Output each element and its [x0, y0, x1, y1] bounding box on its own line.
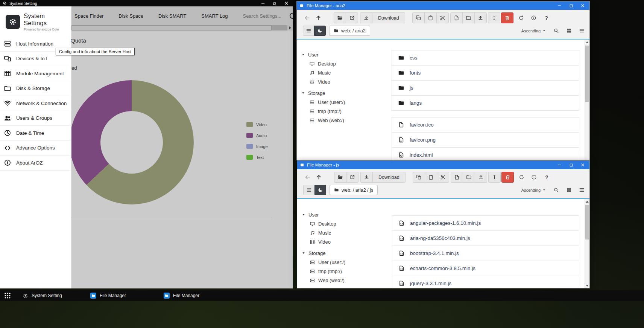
- delete-button[interactable]: [501, 172, 514, 183]
- breadcrumb[interactable]: web: / aria2 / js: [330, 185, 378, 195]
- scrollbar-thumb[interactable]: [585, 205, 589, 240]
- tree-item-tmp-drive[interactable]: tmp (tmp:/): [301, 107, 392, 116]
- system-setting-titlebar[interactable]: System Setting: [0, 0, 293, 6]
- tree-root-user[interactable]: User: [302, 210, 392, 219]
- maximize-button[interactable]: [568, 162, 574, 168]
- scrollbar-thumb[interactable]: [585, 46, 589, 102]
- paste-button[interactable]: [424, 12, 437, 23]
- dark-mode-toggle[interactable]: [314, 185, 326, 195]
- delete-button[interactable]: [501, 12, 513, 23]
- tree-item-music[interactable]: Music: [301, 68, 392, 77]
- sidebar-item-date-time[interactable]: Date & Time: [0, 126, 71, 141]
- sidebar-item-module-management[interactable]: Module Management: [0, 66, 71, 81]
- folder-row-js[interactable]: js: [392, 80, 579, 96]
- tree-item-web-drive[interactable]: Web (web:/): [301, 116, 392, 125]
- file-manager-titlebar[interactable]: File Manager - aria2: [297, 2, 589, 10]
- sidebar-item-users-groups[interactable]: Users & Groups: [0, 111, 71, 126]
- scroll-down-button[interactable]: [585, 283, 589, 288]
- new-folder-button[interactable]: [463, 172, 475, 183]
- download-button[interactable]: Download: [372, 172, 406, 183]
- open-button[interactable]: [334, 172, 346, 183]
- close-button[interactable]: [580, 3, 585, 8]
- help-button[interactable]: ?: [542, 14, 551, 22]
- tree-root-storage[interactable]: Storage: [301, 88, 392, 98]
- scroll-up-button[interactable]: [585, 199, 589, 204]
- refresh-button[interactable]: [518, 173, 526, 182]
- help-button[interactable]: ?: [543, 173, 551, 182]
- maximize-button[interactable]: [568, 3, 574, 8]
- refresh-button[interactable]: [517, 14, 526, 22]
- tree-item-desktop[interactable]: Desktop: [302, 219, 392, 228]
- new-file-button[interactable]: [450, 12, 463, 23]
- tree-root-storage[interactable]: Storage: [302, 249, 392, 258]
- open-in-new-window-button[interactable]: [346, 172, 358, 183]
- sidebar-item-disk-storage[interactable]: Disk & Storage: [0, 81, 71, 96]
- new-folder-button[interactable]: [462, 12, 475, 23]
- sort-dropdown[interactable]: Ascending: [521, 188, 546, 192]
- taskbar-item-system-setting[interactable]: System Setting: [23, 290, 62, 301]
- rename-button[interactable]: [488, 172, 501, 183]
- tree-root-user[interactable]: User: [301, 50, 392, 59]
- up-button[interactable]: [314, 173, 323, 182]
- menu-button[interactable]: [303, 185, 315, 195]
- scroll-up-button[interactable]: [585, 40, 589, 45]
- upload-button[interactable]: [474, 12, 487, 23]
- close-button[interactable]: [284, 1, 289, 6]
- folder-row-css[interactable]: css: [392, 50, 579, 66]
- close-button[interactable]: [580, 162, 585, 168]
- new-file-button[interactable]: [451, 172, 463, 183]
- grid-view-button[interactable]: [565, 186, 573, 194]
- grid-view-button[interactable]: [565, 27, 573, 35]
- copy-button[interactable]: [413, 172, 425, 183]
- cut-button[interactable]: [437, 172, 449, 183]
- breadcrumb[interactable]: web: / aria2: [329, 26, 370, 36]
- sort-dropdown[interactable]: Ascending: [521, 29, 546, 33]
- vertical-scrollbar[interactable]: [585, 40, 589, 160]
- back-button[interactable]: [303, 173, 311, 182]
- back-button[interactable]: [303, 14, 311, 22]
- paste-button[interactable]: [425, 172, 437, 183]
- tree-item-video[interactable]: Video: [301, 77, 392, 86]
- list-view-button[interactable]: [577, 186, 586, 194]
- tree-item-video[interactable]: Video: [302, 237, 392, 246]
- menu-button[interactable]: [303, 26, 314, 36]
- tree-item-user-drive[interactable]: User (user:/): [301, 98, 392, 107]
- search-button[interactable]: [552, 27, 560, 35]
- file-row-aria-ng[interactable]: aria-ng-da5356c403.min.js: [392, 230, 579, 246]
- up-button[interactable]: [314, 14, 322, 22]
- file-row-jquery[interactable]: jquery-3.3.1.min.js: [392, 276, 579, 288]
- vertical-scrollbar[interactable]: [585, 199, 589, 288]
- info-button[interactable]: [530, 173, 538, 182]
- copy-button[interactable]: [412, 12, 425, 23]
- tree-item-music[interactable]: Music: [302, 228, 392, 237]
- restore-button[interactable]: [272, 1, 277, 6]
- tree-item-tmp-drive[interactable]: tmp (tmp:/): [302, 267, 392, 276]
- file-manager-titlebar[interactable]: File Manager - js: [297, 161, 589, 169]
- download-icon-button[interactable]: [360, 12, 372, 23]
- download-icon-button[interactable]: [360, 172, 373, 183]
- app-drawer-button[interactable]: [3, 292, 12, 299]
- dark-mode-toggle[interactable]: [314, 26, 326, 36]
- open-in-new-window-button[interactable]: [346, 12, 358, 23]
- file-row-echarts[interactable]: echarts-common-3.8.5.min.js: [392, 261, 579, 276]
- search-button[interactable]: [552, 186, 560, 194]
- file-row-favicon-ico[interactable]: favicon.ico: [392, 117, 579, 133]
- sidebar-item-advance-options[interactable]: Advance Options: [0, 141, 71, 156]
- sidebar-item-network-connection[interactable]: Network & Connection: [0, 96, 71, 111]
- file-row-bootstrap[interactable]: bootstrap-3.4.1.min.js: [392, 246, 579, 261]
- taskbar-item-file-manager-1[interactable]: File Manager: [90, 290, 126, 301]
- minimize-button[interactable]: [557, 3, 562, 8]
- tree-item-desktop[interactable]: Desktop: [301, 59, 392, 68]
- rename-button[interactable]: [488, 12, 500, 23]
- sidebar-item-about-aroz[interactable]: About ArOZ: [0, 156, 71, 171]
- minimize-button[interactable]: [260, 1, 266, 6]
- file-row-favicon-png[interactable]: favicon.png: [392, 132, 579, 148]
- file-row-index-html[interactable]: index.html: [392, 147, 579, 160]
- list-view-button[interactable]: [577, 27, 586, 35]
- file-row-angular[interactable]: angular-packages-1.6.10.min.js: [392, 215, 579, 231]
- tree-item-user-drive[interactable]: User (user:/): [302, 258, 392, 267]
- folder-row-langs[interactable]: langs: [392, 95, 579, 111]
- info-button[interactable]: [530, 14, 538, 22]
- upload-button[interactable]: [475, 172, 487, 183]
- cut-button[interactable]: [436, 12, 449, 23]
